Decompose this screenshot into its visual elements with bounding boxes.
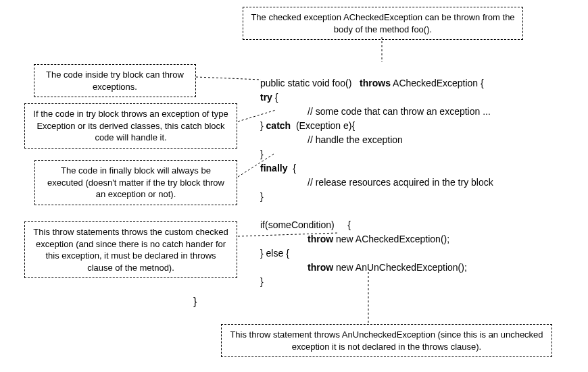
code-l8: // release resources acquired in the try… <box>260 177 493 188</box>
callout-catch-text: If the code in try block throws an excep… <box>33 109 228 142</box>
callout-finally: The code in finally block will always be… <box>34 160 237 205</box>
closing-brace: } <box>193 294 197 310</box>
callout-catch: If the code in try block throws an excep… <box>24 103 237 149</box>
code-l14: } <box>260 276 264 287</box>
callout-try-text: The code inside try block can throw exce… <box>46 70 184 92</box>
callout-throws: The checked exception ACheckedException … <box>243 7 523 40</box>
code-l7: finally { <box>260 163 296 174</box>
callout-finally-text: The code in finally block will always be… <box>47 165 224 199</box>
code-l1: public static void foo() throws AChecked… <box>260 78 484 88</box>
code-l13: throw new AnUnCheckedException(); <box>260 262 467 273</box>
callout-throw-unchecked: This throw statement throws AnUncheckedE… <box>221 324 552 357</box>
callout-throw-checked-text: This throw statements throws the custom … <box>33 227 228 273</box>
svg-line-1 <box>196 77 261 80</box>
code-l3: // some code that can throw an exception… <box>260 106 491 117</box>
code-block: public static void foo() throws AChecked… <box>260 62 493 289</box>
callout-throw-unchecked-text: This throw statement throws AnUncheckedE… <box>230 329 543 352</box>
callout-throw-checked: This throw statements throws the custom … <box>24 221 237 278</box>
code-l5: // handle the exception <box>260 134 403 145</box>
callout-throws-text: The checked exception ACheckedException … <box>251 12 514 34</box>
code-l12: } else { <box>260 248 289 259</box>
callout-try: The code inside try block can throw exce… <box>34 64 196 97</box>
code-l4: } catch (Exception e){ <box>260 120 355 131</box>
code-l6: } <box>260 149 264 159</box>
code-l10: if(someCondition) { <box>260 219 351 230</box>
code-l9: } <box>260 191 264 202</box>
code-l11: throw new ACheckedException(); <box>260 234 449 244</box>
code-l2: try { <box>260 92 278 103</box>
